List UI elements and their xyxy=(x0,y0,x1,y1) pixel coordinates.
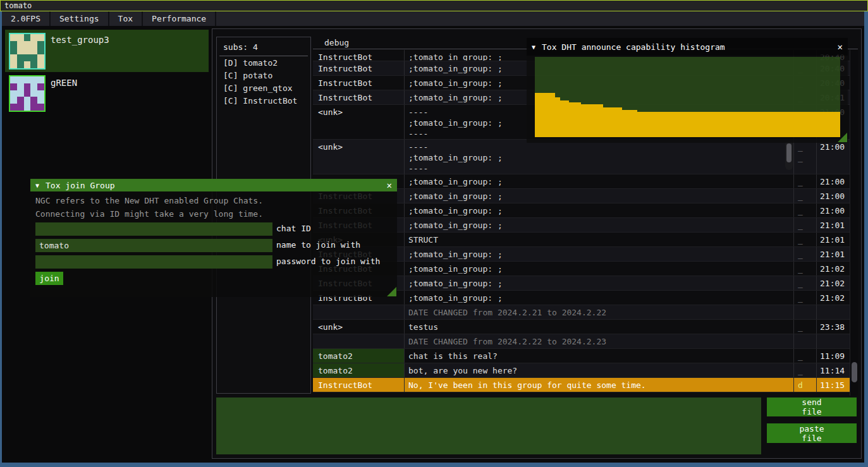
avatar-pixel xyxy=(17,104,24,111)
member-list-item[interactable]: [D] tomato2 xyxy=(217,56,310,69)
join-field-label: name to join with xyxy=(276,240,360,250)
sidebar-item-green[interactable]: gREEN xyxy=(5,73,209,109)
message-text: ;tomato_in_group: ; xyxy=(405,189,794,203)
avatar-pixel xyxy=(30,54,37,61)
chat-id-input[interactable] xyxy=(35,222,272,236)
avatar-pixel xyxy=(24,76,31,83)
member-list-item[interactable]: [C] green_qtox xyxy=(217,82,310,94)
message-flags: _ _ xyxy=(794,320,817,334)
join-dialog-titlebar[interactable]: ▼ Tox join Group ✕ xyxy=(30,179,397,191)
avatar-pixel xyxy=(17,48,24,55)
avatar-pixel xyxy=(17,34,24,41)
message-flags: _ _ xyxy=(794,349,817,363)
menu-bar: 2.0FPSSettingsToxPerformance xyxy=(2,11,864,26)
chat-message-row[interactable]: InstructBotNo, I've been in this group f… xyxy=(313,378,850,392)
avatar-pixel xyxy=(24,104,31,111)
menu-item-settings[interactable]: Settings xyxy=(51,11,109,26)
join-field-row: password to join with xyxy=(35,255,272,269)
message-timestamp: 21:00 xyxy=(817,174,850,188)
message-flags: _ _ xyxy=(794,276,817,290)
histogram-body xyxy=(527,56,848,143)
message-text: ;tomato_in_group: ; xyxy=(405,218,794,232)
message-flags xyxy=(794,334,817,348)
avatar-pixel xyxy=(10,90,17,97)
join-dialog-body: NGC refers to the New DHT enabled Group … xyxy=(30,191,397,297)
name-to-join-with-input[interactable] xyxy=(35,239,272,252)
window-border-bottom xyxy=(0,463,868,467)
avatar-pixel xyxy=(10,54,17,61)
collapse-arrow-icon[interactable]: ▼ xyxy=(532,44,535,51)
close-icon[interactable]: ✕ xyxy=(838,42,843,52)
member-list-item[interactable]: [C] potato xyxy=(217,69,310,82)
avatar-pixel xyxy=(10,76,17,83)
message-timestamp: 21:01 xyxy=(817,218,850,232)
avatar-pixel xyxy=(37,61,44,68)
avatar-pixel xyxy=(17,76,24,83)
chat-message-row[interactable]: tomato2bot, are you new here?_ _11:14 xyxy=(313,363,850,378)
send-file-button[interactable]: send file xyxy=(767,397,857,416)
message-author: InstructBot xyxy=(313,90,405,104)
message-author xyxy=(313,305,405,319)
menu-item-2-0fps[interactable]: 2.0FPS xyxy=(2,11,51,26)
os-titlebar[interactable]: tomato xyxy=(0,0,868,11)
chat-message-row[interactable]: tomato2chat is this real?_ _11:09 xyxy=(313,349,850,363)
message-scrollbar[interactable] xyxy=(785,141,793,170)
message-flags xyxy=(794,305,817,319)
avatar-pixel xyxy=(10,83,17,90)
ngc-info-line: Connecting via ID might take a very long… xyxy=(35,209,263,219)
avatar-pixel xyxy=(10,34,17,41)
date-changed-text: DATE CHANGED from 2024.2.22 to 2024.2.23 xyxy=(405,334,794,348)
resize-grip-icon[interactable] xyxy=(838,133,847,142)
app-window: tomato 2.0FPSSettingsToxPerformance test… xyxy=(0,0,868,467)
message-author: InstructBot xyxy=(313,50,405,61)
message-timestamp: 23:38 xyxy=(817,320,850,334)
message-timestamp: 11:14 xyxy=(817,363,850,377)
menu-item-performance[interactable]: Performance xyxy=(143,11,216,26)
message-timestamp: 21:00 xyxy=(817,203,850,217)
histogram-title: Tox DHT announce capability histogram xyxy=(542,42,725,52)
avatar-pixel xyxy=(24,41,31,48)
avatar-pixel xyxy=(37,83,44,90)
os-window-title: tomato xyxy=(4,1,32,10)
message-timestamp: 11:09 xyxy=(817,349,850,363)
tab-debug[interactable]: debug xyxy=(324,38,349,47)
date-separator-row: DATE CHANGED from 2024.2.22 to 2024.2.23 xyxy=(313,334,850,349)
chat-scrollbar[interactable] xyxy=(850,50,858,396)
message-input[interactable] xyxy=(216,397,761,454)
message-text: ;tomato_in_group: ; xyxy=(405,276,794,290)
avatar-pixel xyxy=(30,97,37,104)
avatar-pixel xyxy=(24,54,31,61)
date-changed-text: DATE CHANGED from 2024.2.21 to 2024.2.22 xyxy=(405,305,794,319)
chat-scrollbar-thumb[interactable] xyxy=(852,362,857,382)
menu-item-tox[interactable]: Tox xyxy=(109,11,143,26)
message-author: tomato2 xyxy=(313,349,405,363)
resize-grip-icon[interactable] xyxy=(387,287,396,296)
password-to-join-with-input[interactable] xyxy=(35,255,272,269)
histogram-bar xyxy=(603,107,622,137)
avatar-pixel xyxy=(10,104,17,111)
message-timestamp xyxy=(817,305,850,319)
avatar-pixel xyxy=(37,54,44,61)
avatar-pixel xyxy=(17,97,24,104)
join-button[interactable]: join xyxy=(35,272,63,285)
avatar-pixel xyxy=(37,76,44,83)
member-list-item[interactable]: [C] InstructBot xyxy=(217,94,310,107)
join-group-dialog: ▼ Tox join Group ✕ NGC refers to the New… xyxy=(30,179,397,297)
join-field-label: chat ID xyxy=(276,224,311,233)
paste-file-button[interactable]: paste file xyxy=(767,423,857,443)
close-icon[interactable]: ✕ xyxy=(387,180,392,190)
message-flags: _ _ xyxy=(794,189,817,203)
histogram-window: ▼ Tox DHT announce capability histogram … xyxy=(527,38,848,143)
avatar-pixel xyxy=(10,48,17,55)
chat-message-row[interactable]: <unk>---- ;tomato_in_group: ; ----_ _21:… xyxy=(313,140,850,174)
chat-message-row[interactable]: <unk>testus_ _23:38 xyxy=(313,320,850,334)
sidebar-item-test_group3[interactable]: test_group3 xyxy=(5,30,209,72)
group-name-label: test_group3 xyxy=(51,35,109,45)
message-text: ;tomato_in_group: ; xyxy=(405,174,794,188)
message-text: ;tomato_in_group: ; xyxy=(405,291,794,305)
avatar-pixel xyxy=(10,41,17,48)
histogram-titlebar[interactable]: ▼ Tox DHT announce capability histogram … xyxy=(527,38,848,56)
collapse-arrow-icon[interactable]: ▼ xyxy=(35,182,39,189)
message-timestamp: 11:15 xyxy=(817,378,850,392)
message-scrollbar-thumb[interactable] xyxy=(786,143,792,162)
